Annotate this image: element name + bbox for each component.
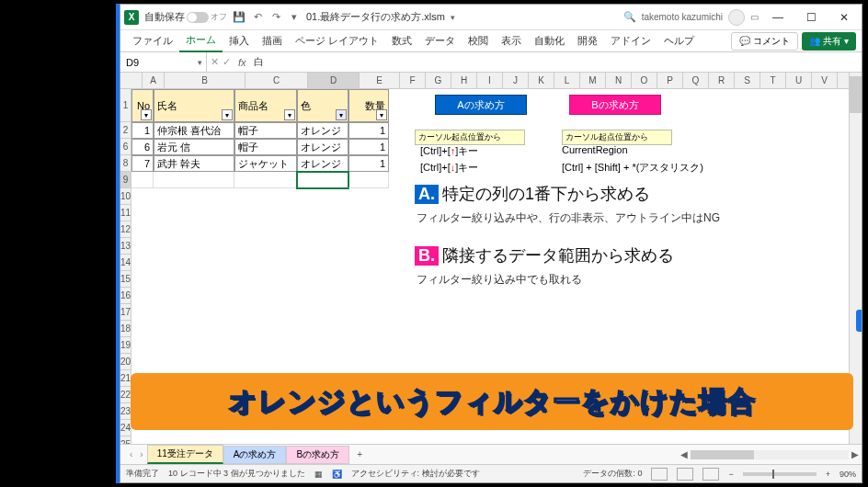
cell[interactable]: 帽子 — [234, 139, 297, 155]
method-b-button[interactable]: Bの求め方 — [569, 95, 661, 115]
cell[interactable]: 帽子 — [234, 122, 297, 139]
col-I[interactable]: I — [477, 73, 503, 88]
tab-pagelayout[interactable]: ページ レイアウト — [289, 30, 385, 51]
table-row[interactable]: 7 武井 幹夫 ジャケット オレンジ 1 — [131, 155, 849, 172]
cell[interactable]: オレンジ — [297, 139, 348, 155]
fx-icon[interactable]: fx — [234, 57, 250, 68]
cell[interactable]: ジャケット — [234, 155, 297, 172]
cell[interactable]: オレンジ — [297, 155, 348, 172]
minimize-button[interactable]: — — [764, 6, 792, 29]
cell[interactable]: 岩元 信 — [154, 139, 234, 155]
col-C[interactable]: C — [246, 73, 308, 88]
col-K[interactable]: K — [529, 73, 554, 88]
redo-icon[interactable]: ↷ — [269, 11, 282, 24]
col-L[interactable]: L — [554, 73, 580, 88]
comments-button[interactable]: 💬 コメント — [731, 32, 798, 51]
tab-insert[interactable]: 挿入 — [223, 30, 256, 51]
macro-icon[interactable]: ▦ — [314, 470, 323, 479]
tab-developer[interactable]: 開発 — [571, 30, 604, 51]
cell[interactable]: オレンジ — [297, 122, 348, 139]
cell[interactable] — [131, 172, 154, 188]
accessibility-icon[interactable]: ♿ — [332, 470, 342, 479]
tab-automate[interactable]: 自動化 — [528, 30, 571, 51]
filter-active-icon[interactable]: ▾ — [336, 109, 347, 120]
active-cell[interactable] — [297, 172, 348, 188]
scrollbar-thumb[interactable] — [850, 76, 862, 113]
sheet-nav-right[interactable]: › — [136, 449, 146, 459]
tab-view[interactable]: 表示 — [495, 30, 528, 51]
formula-input[interactable]: 白 — [250, 55, 862, 69]
user-name[interactable]: takemoto kazumichi — [642, 12, 723, 22]
cell[interactable]: 6 — [131, 139, 154, 155]
tab-formulas[interactable]: 数式 — [385, 30, 418, 51]
share-button[interactable]: 👥 共有 ▾ — [802, 32, 856, 51]
row-6[interactable]: 6 — [120, 139, 131, 155]
col-J[interactable]: J — [503, 73, 529, 88]
hdr-qty[interactable]: 数量▾ — [348, 89, 389, 122]
row-18[interactable]: 18 — [120, 321, 131, 337]
horizontal-scrollbar[interactable]: ◀ ▶ — [678, 449, 862, 460]
hdr-no[interactable]: No▾ — [131, 89, 154, 122]
namebox-dropdown-icon[interactable]: ▾ — [198, 58, 206, 67]
scroll-left-icon[interactable]: ◀ — [678, 449, 691, 459]
sheet-tab[interactable]: Bの求め方 — [286, 446, 349, 464]
filter-icon[interactable]: ▾ — [222, 109, 233, 120]
tab-help[interactable]: ヘルプ — [657, 30, 701, 51]
search-icon[interactable]: 🔍 — [623, 11, 636, 23]
col-G[interactable]: G — [426, 73, 451, 88]
cell[interactable] — [234, 172, 297, 188]
close-button[interactable]: ✕ — [830, 6, 858, 29]
cell[interactable] — [154, 172, 234, 188]
sheet-nav-left[interactable]: ‹ — [126, 449, 136, 459]
filter-icon[interactable]: ▾ — [284, 109, 295, 120]
autosave-toggle[interactable]: 自動保存 オフ — [144, 10, 227, 24]
col-N[interactable]: N — [606, 73, 632, 88]
status-accessibility[interactable]: アクセシビリティ: 検討が必要です — [351, 468, 480, 480]
col-E[interactable]: E — [360, 73, 400, 88]
col-O[interactable]: O — [632, 73, 657, 88]
view-normal-icon[interactable] — [651, 468, 668, 481]
filter-icon[interactable]: ▾ — [376, 109, 387, 120]
filter-icon[interactable]: ▾ — [141, 109, 152, 120]
view-layout-icon[interactable] — [677, 468, 693, 481]
view-pagebreak-icon[interactable] — [702, 468, 719, 481]
ribbon-mode-icon[interactable]: ▭ — [750, 12, 759, 22]
col-Q[interactable]: Q — [683, 73, 709, 88]
row-12[interactable]: 12 — [120, 221, 131, 238]
col-V[interactable]: V — [812, 73, 838, 88]
method-a-button[interactable]: Aの求め方 — [435, 95, 527, 115]
add-sheet-button[interactable]: + — [349, 449, 370, 459]
row-14[interactable]: 14 — [120, 255, 131, 271]
hdr-product[interactable]: 商品名▾ — [234, 89, 297, 122]
zoom-in-button[interactable]: + — [826, 470, 830, 479]
avatar[interactable] — [728, 9, 745, 26]
cell[interactable]: 1 — [348, 139, 389, 155]
hdr-name[interactable]: 氏名▾ — [154, 89, 234, 122]
tab-data[interactable]: データ — [418, 30, 462, 51]
col-B[interactable]: B — [165, 73, 246, 88]
cell[interactable]: 1 — [348, 155, 389, 172]
col-H[interactable]: H — [451, 73, 477, 88]
row-8[interactable]: 8 — [120, 155, 131, 172]
scrollbar-thumb[interactable] — [691, 450, 754, 459]
col-M[interactable]: M — [580, 73, 606, 88]
cell[interactable]: 武井 幹夫 — [154, 155, 234, 172]
zoom-out-button[interactable]: − — [728, 470, 733, 479]
side-handle[interactable] — [856, 310, 862, 332]
qat-dropdown-icon[interactable]: ▾ — [288, 11, 301, 24]
select-all-corner[interactable] — [120, 73, 143, 88]
col-T[interactable]: T — [760, 73, 786, 88]
column-headers[interactable]: A B C D E F G H I J K L M N O P Q R S T — [120, 73, 849, 89]
cell[interactable]: 仲宗根 喜代治 — [154, 122, 234, 139]
save-icon[interactable]: 💾 — [233, 11, 246, 24]
zoom-slider[interactable] — [743, 472, 817, 476]
sheet-tab[interactable]: Aの求め方 — [223, 446, 287, 464]
row-19[interactable]: 19 — [120, 337, 131, 354]
hdr-color[interactable]: 色▾ — [297, 89, 348, 122]
fx-cancel-icon[interactable]: ✕ — [211, 56, 219, 68]
row-20[interactable]: 20 — [120, 354, 131, 370]
row-10[interactable]: 10 — [120, 188, 131, 205]
row-15[interactable]: 15 — [120, 271, 131, 288]
cell[interactable] — [348, 172, 389, 188]
col-U[interactable]: U — [786, 73, 812, 88]
